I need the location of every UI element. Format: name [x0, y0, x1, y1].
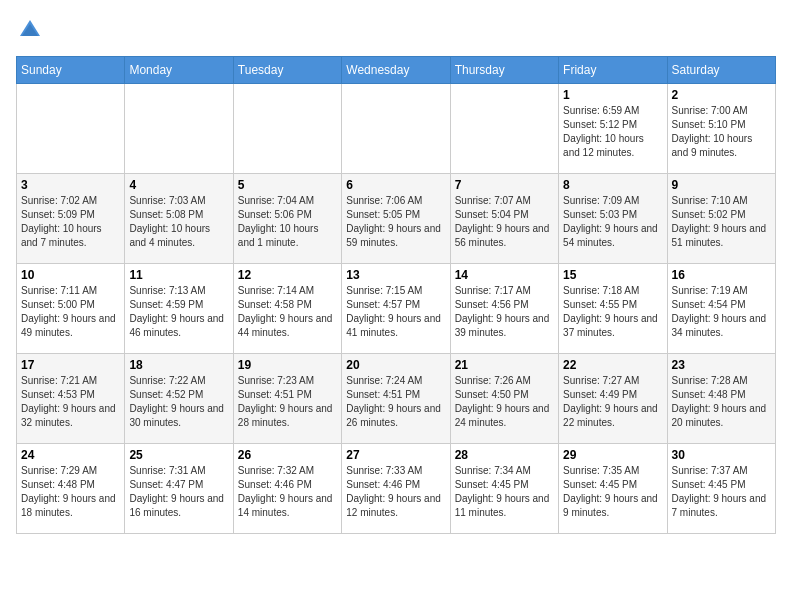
- day-of-week-header: Saturday: [667, 57, 775, 84]
- day-info: Sunrise: 7:11 AM Sunset: 5:00 PM Dayligh…: [21, 284, 120, 340]
- calendar-cell: 24Sunrise: 7:29 AM Sunset: 4:48 PM Dayli…: [17, 444, 125, 534]
- day-info: Sunrise: 7:18 AM Sunset: 4:55 PM Dayligh…: [563, 284, 662, 340]
- day-info: Sunrise: 7:31 AM Sunset: 4:47 PM Dayligh…: [129, 464, 228, 520]
- day-of-week-header: Sunday: [17, 57, 125, 84]
- calendar-cell: 6Sunrise: 7:06 AM Sunset: 5:05 PM Daylig…: [342, 174, 450, 264]
- calendar-cell: 11Sunrise: 7:13 AM Sunset: 4:59 PM Dayli…: [125, 264, 233, 354]
- day-info: Sunrise: 7:02 AM Sunset: 5:09 PM Dayligh…: [21, 194, 120, 250]
- day-number: 17: [21, 358, 120, 372]
- calendar-cell: 23Sunrise: 7:28 AM Sunset: 4:48 PM Dayli…: [667, 354, 775, 444]
- day-info: Sunrise: 7:29 AM Sunset: 4:48 PM Dayligh…: [21, 464, 120, 520]
- day-number: 13: [346, 268, 445, 282]
- calendar-cell: 1Sunrise: 6:59 AM Sunset: 5:12 PM Daylig…: [559, 84, 667, 174]
- day-number: 18: [129, 358, 228, 372]
- calendar-cell: [233, 84, 341, 174]
- day-info: Sunrise: 7:22 AM Sunset: 4:52 PM Dayligh…: [129, 374, 228, 430]
- day-of-week-header: Wednesday: [342, 57, 450, 84]
- calendar-cell: 12Sunrise: 7:14 AM Sunset: 4:58 PM Dayli…: [233, 264, 341, 354]
- day-number: 11: [129, 268, 228, 282]
- day-number: 26: [238, 448, 337, 462]
- calendar-week-row: 17Sunrise: 7:21 AM Sunset: 4:53 PM Dayli…: [17, 354, 776, 444]
- calendar-cell: 22Sunrise: 7:27 AM Sunset: 4:49 PM Dayli…: [559, 354, 667, 444]
- calendar-cell: 15Sunrise: 7:18 AM Sunset: 4:55 PM Dayli…: [559, 264, 667, 354]
- calendar-cell: 7Sunrise: 7:07 AM Sunset: 5:04 PM Daylig…: [450, 174, 558, 264]
- day-number: 28: [455, 448, 554, 462]
- day-number: 6: [346, 178, 445, 192]
- day-number: 7: [455, 178, 554, 192]
- day-of-week-header: Thursday: [450, 57, 558, 84]
- day-number: 20: [346, 358, 445, 372]
- day-info: Sunrise: 7:10 AM Sunset: 5:02 PM Dayligh…: [672, 194, 771, 250]
- calendar-cell: 19Sunrise: 7:23 AM Sunset: 4:51 PM Dayli…: [233, 354, 341, 444]
- day-number: 14: [455, 268, 554, 282]
- day-info: Sunrise: 7:32 AM Sunset: 4:46 PM Dayligh…: [238, 464, 337, 520]
- day-info: Sunrise: 7:33 AM Sunset: 4:46 PM Dayligh…: [346, 464, 445, 520]
- day-info: Sunrise: 7:13 AM Sunset: 4:59 PM Dayligh…: [129, 284, 228, 340]
- day-info: Sunrise: 7:37 AM Sunset: 4:45 PM Dayligh…: [672, 464, 771, 520]
- calendar-cell: 20Sunrise: 7:24 AM Sunset: 4:51 PM Dayli…: [342, 354, 450, 444]
- calendar-cell: 28Sunrise: 7:34 AM Sunset: 4:45 PM Dayli…: [450, 444, 558, 534]
- calendar-cell: [125, 84, 233, 174]
- calendar-cell: 2Sunrise: 7:00 AM Sunset: 5:10 PM Daylig…: [667, 84, 775, 174]
- calendar-week-row: 1Sunrise: 6:59 AM Sunset: 5:12 PM Daylig…: [17, 84, 776, 174]
- day-info: Sunrise: 7:15 AM Sunset: 4:57 PM Dayligh…: [346, 284, 445, 340]
- day-info: Sunrise: 7:35 AM Sunset: 4:45 PM Dayligh…: [563, 464, 662, 520]
- day-info: Sunrise: 6:59 AM Sunset: 5:12 PM Dayligh…: [563, 104, 662, 160]
- day-number: 23: [672, 358, 771, 372]
- calendar-cell: 21Sunrise: 7:26 AM Sunset: 4:50 PM Dayli…: [450, 354, 558, 444]
- day-number: 2: [672, 88, 771, 102]
- calendar-cell: 27Sunrise: 7:33 AM Sunset: 4:46 PM Dayli…: [342, 444, 450, 534]
- calendar-cell: 8Sunrise: 7:09 AM Sunset: 5:03 PM Daylig…: [559, 174, 667, 264]
- day-number: 10: [21, 268, 120, 282]
- calendar-cell: 25Sunrise: 7:31 AM Sunset: 4:47 PM Dayli…: [125, 444, 233, 534]
- day-info: Sunrise: 7:07 AM Sunset: 5:04 PM Dayligh…: [455, 194, 554, 250]
- day-of-week-header: Friday: [559, 57, 667, 84]
- day-info: Sunrise: 7:19 AM Sunset: 4:54 PM Dayligh…: [672, 284, 771, 340]
- logo-icon: [16, 16, 44, 44]
- day-of-week-header: Tuesday: [233, 57, 341, 84]
- day-number: 8: [563, 178, 662, 192]
- day-info: Sunrise: 7:06 AM Sunset: 5:05 PM Dayligh…: [346, 194, 445, 250]
- calendar-cell: [342, 84, 450, 174]
- calendar-week-row: 10Sunrise: 7:11 AM Sunset: 5:00 PM Dayli…: [17, 264, 776, 354]
- day-number: 16: [672, 268, 771, 282]
- calendar-cell: 13Sunrise: 7:15 AM Sunset: 4:57 PM Dayli…: [342, 264, 450, 354]
- day-number: 30: [672, 448, 771, 462]
- day-number: 27: [346, 448, 445, 462]
- calendar-cell: 4Sunrise: 7:03 AM Sunset: 5:08 PM Daylig…: [125, 174, 233, 264]
- day-number: 21: [455, 358, 554, 372]
- calendar-cell: 10Sunrise: 7:11 AM Sunset: 5:00 PM Dayli…: [17, 264, 125, 354]
- day-info: Sunrise: 7:26 AM Sunset: 4:50 PM Dayligh…: [455, 374, 554, 430]
- logo: [16, 16, 48, 44]
- calendar-cell: [450, 84, 558, 174]
- calendar-table: SundayMondayTuesdayWednesdayThursdayFrid…: [16, 56, 776, 534]
- day-number: 9: [672, 178, 771, 192]
- day-info: Sunrise: 7:17 AM Sunset: 4:56 PM Dayligh…: [455, 284, 554, 340]
- day-number: 29: [563, 448, 662, 462]
- calendar-cell: 26Sunrise: 7:32 AM Sunset: 4:46 PM Dayli…: [233, 444, 341, 534]
- day-info: Sunrise: 7:03 AM Sunset: 5:08 PM Dayligh…: [129, 194, 228, 250]
- calendar-week-row: 24Sunrise: 7:29 AM Sunset: 4:48 PM Dayli…: [17, 444, 776, 534]
- calendar-cell: 17Sunrise: 7:21 AM Sunset: 4:53 PM Dayli…: [17, 354, 125, 444]
- calendar-header-row: SundayMondayTuesdayWednesdayThursdayFrid…: [17, 57, 776, 84]
- day-number: 12: [238, 268, 337, 282]
- day-number: 5: [238, 178, 337, 192]
- day-number: 3: [21, 178, 120, 192]
- day-info: Sunrise: 7:21 AM Sunset: 4:53 PM Dayligh…: [21, 374, 120, 430]
- calendar-cell: [17, 84, 125, 174]
- day-info: Sunrise: 7:24 AM Sunset: 4:51 PM Dayligh…: [346, 374, 445, 430]
- calendar-week-row: 3Sunrise: 7:02 AM Sunset: 5:09 PM Daylig…: [17, 174, 776, 264]
- day-number: 19: [238, 358, 337, 372]
- calendar-cell: 14Sunrise: 7:17 AM Sunset: 4:56 PM Dayli…: [450, 264, 558, 354]
- calendar-cell: 30Sunrise: 7:37 AM Sunset: 4:45 PM Dayli…: [667, 444, 775, 534]
- calendar-cell: 29Sunrise: 7:35 AM Sunset: 4:45 PM Dayli…: [559, 444, 667, 534]
- day-info: Sunrise: 7:09 AM Sunset: 5:03 PM Dayligh…: [563, 194, 662, 250]
- day-info: Sunrise: 7:23 AM Sunset: 4:51 PM Dayligh…: [238, 374, 337, 430]
- day-info: Sunrise: 7:28 AM Sunset: 4:48 PM Dayligh…: [672, 374, 771, 430]
- day-number: 24: [21, 448, 120, 462]
- day-number: 22: [563, 358, 662, 372]
- day-info: Sunrise: 7:34 AM Sunset: 4:45 PM Dayligh…: [455, 464, 554, 520]
- day-number: 1: [563, 88, 662, 102]
- calendar-cell: 16Sunrise: 7:19 AM Sunset: 4:54 PM Dayli…: [667, 264, 775, 354]
- calendar-cell: 9Sunrise: 7:10 AM Sunset: 5:02 PM Daylig…: [667, 174, 775, 264]
